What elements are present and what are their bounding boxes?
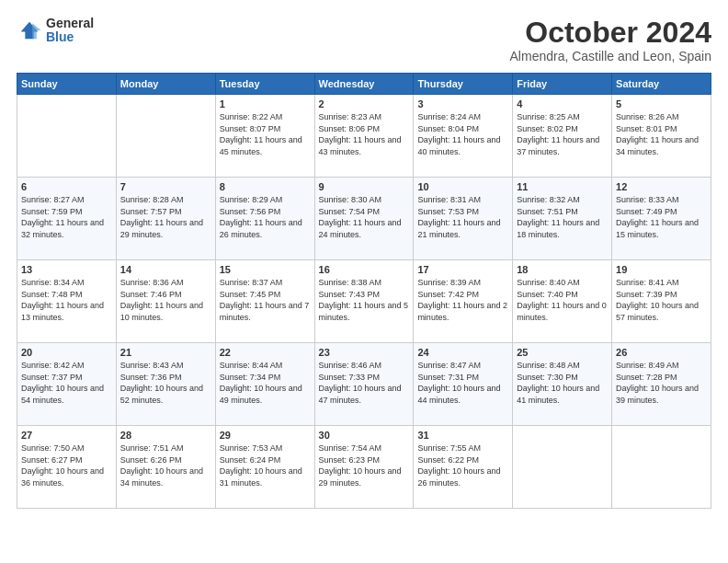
day-cell [612, 426, 711, 509]
day-info: Sunrise: 8:31 AM Sunset: 7:53 PM Dayligh… [417, 194, 508, 240]
day-number: 3 [417, 98, 508, 109]
day-info: Sunrise: 7:54 AM Sunset: 6:23 PM Dayligh… [319, 442, 410, 488]
day-cell: 13Sunrise: 8:34 AM Sunset: 7:48 PM Dayli… [17, 260, 117, 343]
day-cell: 27Sunrise: 7:50 AM Sunset: 6:27 PM Dayli… [17, 426, 117, 509]
day-info: Sunrise: 8:42 AM Sunset: 7:37 PM Dayligh… [21, 360, 112, 406]
day-cell: 21Sunrise: 8:43 AM Sunset: 7:36 PM Dayli… [116, 343, 215, 426]
day-number: 12 [616, 181, 707, 192]
day-number: 4 [517, 98, 608, 109]
day-info: Sunrise: 8:39 AM Sunset: 7:42 PM Dayligh… [417, 277, 508, 323]
day-info: Sunrise: 7:53 AM Sunset: 6:24 PM Dayligh… [220, 442, 311, 488]
day-cell: 3Sunrise: 8:24 AM Sunset: 8:04 PM Daylig… [414, 95, 513, 178]
day-info: Sunrise: 8:23 AM Sunset: 8:06 PM Dayligh… [319, 111, 410, 157]
day-number: 1 [220, 98, 311, 109]
day-cell: 30Sunrise: 7:54 AM Sunset: 6:23 PM Dayli… [314, 426, 414, 509]
day-cell: 29Sunrise: 7:53 AM Sunset: 6:24 PM Dayli… [215, 426, 314, 509]
day-info: Sunrise: 8:34 AM Sunset: 7:48 PM Dayligh… [21, 277, 112, 323]
col-saturday: Saturday [612, 74, 711, 95]
day-number: 20 [21, 347, 112, 358]
day-number: 29 [220, 430, 311, 441]
day-info: Sunrise: 8:46 AM Sunset: 7:33 PM Dayligh… [319, 360, 410, 406]
day-info: Sunrise: 8:27 AM Sunset: 7:59 PM Dayligh… [21, 194, 112, 240]
day-info: Sunrise: 8:28 AM Sunset: 7:57 PM Dayligh… [120, 194, 211, 240]
col-friday: Friday [513, 74, 612, 95]
day-number: 19 [616, 264, 707, 275]
day-info: Sunrise: 8:25 AM Sunset: 8:02 PM Dayligh… [517, 111, 608, 157]
day-cell: 31Sunrise: 7:55 AM Sunset: 6:22 PM Dayli… [414, 426, 513, 509]
day-cell: 12Sunrise: 8:33 AM Sunset: 7:49 PM Dayli… [612, 178, 711, 260]
day-number: 31 [417, 430, 508, 441]
day-info: Sunrise: 8:24 AM Sunset: 8:04 PM Dayligh… [417, 111, 508, 157]
day-cell: 1Sunrise: 8:22 AM Sunset: 8:07 PM Daylig… [215, 95, 314, 178]
day-number: 27 [21, 430, 112, 441]
week-row-1: 1Sunrise: 8:22 AM Sunset: 8:07 PM Daylig… [17, 95, 711, 178]
day-number: 5 [616, 98, 707, 109]
day-info: Sunrise: 8:48 AM Sunset: 7:30 PM Dayligh… [517, 360, 608, 406]
col-thursday: Thursday [414, 74, 513, 95]
day-info: Sunrise: 8:32 AM Sunset: 7:51 PM Dayligh… [517, 194, 608, 240]
day-cell: 22Sunrise: 8:44 AM Sunset: 7:34 PM Dayli… [215, 343, 314, 426]
day-cell: 24Sunrise: 8:47 AM Sunset: 7:31 PM Dayli… [414, 343, 513, 426]
day-cell: 10Sunrise: 8:31 AM Sunset: 7:53 PM Dayli… [414, 178, 513, 260]
title-block: October 2024 Almendra, Castille and Leon… [510, 17, 711, 63]
col-tuesday: Tuesday [215, 74, 314, 95]
day-number: 6 [21, 181, 112, 192]
day-number: 22 [220, 347, 311, 358]
day-number: 18 [517, 264, 608, 275]
day-info: Sunrise: 8:49 AM Sunset: 7:28 PM Dayligh… [616, 360, 707, 406]
day-info: Sunrise: 8:47 AM Sunset: 7:31 PM Dayligh… [417, 360, 508, 406]
day-cell [513, 426, 612, 509]
logo-general-text: General [46, 17, 94, 30]
day-cell: 18Sunrise: 8:40 AM Sunset: 7:40 PM Dayli… [513, 260, 612, 343]
day-cell: 26Sunrise: 8:49 AM Sunset: 7:28 PM Dayli… [612, 343, 711, 426]
week-row-3: 13Sunrise: 8:34 AM Sunset: 7:48 PM Dayli… [17, 260, 711, 343]
day-info: Sunrise: 8:26 AM Sunset: 8:01 PM Dayligh… [616, 111, 707, 157]
logo-blue-text: Blue [46, 30, 94, 44]
day-info: Sunrise: 8:30 AM Sunset: 7:54 PM Dayligh… [319, 194, 410, 240]
day-info: Sunrise: 8:29 AM Sunset: 7:56 PM Dayligh… [220, 194, 311, 240]
day-cell: 16Sunrise: 8:38 AM Sunset: 7:43 PM Dayli… [314, 260, 414, 343]
day-cell [17, 95, 117, 178]
day-number: 17 [417, 264, 508, 275]
day-info: Sunrise: 7:51 AM Sunset: 6:26 PM Dayligh… [120, 442, 211, 488]
day-cell: 19Sunrise: 8:41 AM Sunset: 7:39 PM Dayli… [612, 260, 711, 343]
logo-text: General Blue [46, 17, 94, 45]
day-number: 10 [417, 181, 508, 192]
day-cell [116, 95, 215, 178]
month-title: October 2024 [510, 17, 711, 49]
day-cell: 28Sunrise: 7:51 AM Sunset: 6:26 PM Dayli… [116, 426, 215, 509]
day-info: Sunrise: 8:44 AM Sunset: 7:34 PM Dayligh… [220, 360, 311, 406]
logo-icon [17, 17, 42, 43]
day-info: Sunrise: 8:22 AM Sunset: 8:07 PM Dayligh… [220, 111, 311, 157]
col-sunday: Sunday [17, 74, 117, 95]
day-info: Sunrise: 8:33 AM Sunset: 7:49 PM Dayligh… [616, 194, 707, 240]
day-number: 24 [417, 347, 508, 358]
day-cell: 20Sunrise: 8:42 AM Sunset: 7:37 PM Dayli… [17, 343, 117, 426]
day-number: 25 [517, 347, 608, 358]
calendar-table: Sunday Monday Tuesday Wednesday Thursday… [17, 73, 711, 509]
day-cell: 2Sunrise: 8:23 AM Sunset: 8:06 PM Daylig… [314, 95, 414, 178]
day-cell: 9Sunrise: 8:30 AM Sunset: 7:54 PM Daylig… [314, 178, 414, 260]
header-row: Sunday Monday Tuesday Wednesday Thursday… [17, 74, 711, 95]
week-row-5: 27Sunrise: 7:50 AM Sunset: 6:27 PM Dayli… [17, 426, 711, 509]
day-info: Sunrise: 8:37 AM Sunset: 7:45 PM Dayligh… [220, 277, 311, 323]
day-number: 13 [21, 264, 112, 275]
day-cell: 15Sunrise: 8:37 AM Sunset: 7:45 PM Dayli… [215, 260, 314, 343]
day-number: 9 [319, 181, 410, 192]
day-cell: 23Sunrise: 8:46 AM Sunset: 7:33 PM Dayli… [314, 343, 414, 426]
day-cell: 11Sunrise: 8:32 AM Sunset: 7:51 PM Dayli… [513, 178, 612, 260]
day-cell: 17Sunrise: 8:39 AM Sunset: 7:42 PM Dayli… [414, 260, 513, 343]
day-info: Sunrise: 8:38 AM Sunset: 7:43 PM Dayligh… [319, 277, 410, 323]
day-info: Sunrise: 7:55 AM Sunset: 6:22 PM Dayligh… [417, 442, 508, 488]
day-number: 15 [220, 264, 311, 275]
day-number: 8 [220, 181, 311, 192]
day-number: 30 [319, 430, 410, 441]
logo: General Blue [17, 17, 94, 45]
day-number: 16 [319, 264, 410, 275]
header: General Blue October 2024 Almendra, Cast… [17, 17, 711, 63]
location-title: Almendra, Castille and Leon, Spain [510, 49, 711, 63]
day-number: 26 [616, 347, 707, 358]
week-row-2: 6Sunrise: 8:27 AM Sunset: 7:59 PM Daylig… [17, 178, 711, 260]
day-info: Sunrise: 8:43 AM Sunset: 7:36 PM Dayligh… [120, 360, 211, 406]
day-cell: 14Sunrise: 8:36 AM Sunset: 7:46 PM Dayli… [116, 260, 215, 343]
